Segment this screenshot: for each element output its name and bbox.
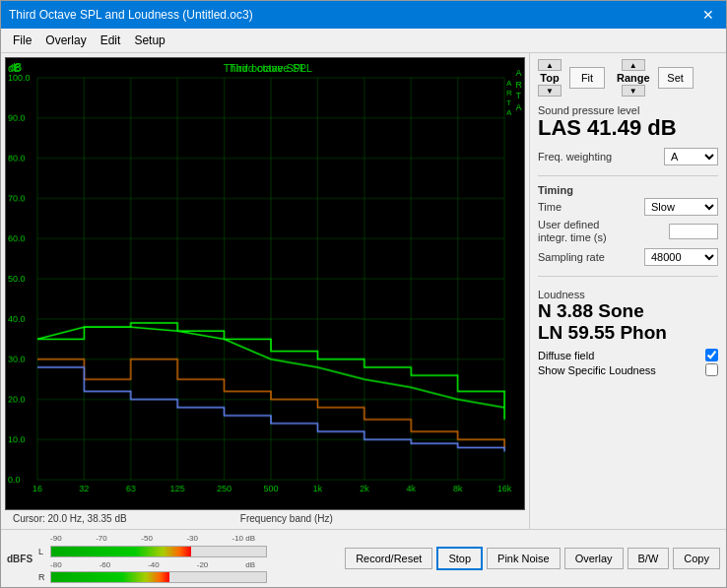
set-button[interactable]: Set	[658, 67, 694, 89]
spl-section: Sound pressure level LAS 41.49 dB	[538, 104, 718, 140]
tick-2: -70	[96, 534, 107, 543]
meter-section: -90 -70 -50 -30 -10 dB L -80 -60 -40 -20…	[38, 534, 341, 583]
time-select[interactable]: FastSlowImpulsePeak	[644, 198, 718, 216]
range-control: ▲ Range ▼	[617, 59, 650, 97]
tick-r4: -20	[197, 560, 209, 569]
pink-noise-button[interactable]: Pink Noise	[487, 548, 561, 569]
right-panel: ▲ Top ▼ Fit ▲ Range ▼ Set Sound pressure…	[529, 53, 726, 529]
spl-canvas	[6, 58, 524, 509]
diffuse-checkbox[interactable]	[705, 349, 718, 361]
tick-r5: dB	[245, 560, 255, 569]
freq-band-label: Frequency band (Hz)	[131, 513, 442, 524]
meter-bar-r-container	[50, 571, 267, 583]
tick-3: -50	[141, 534, 153, 543]
tick-r3: -40	[148, 560, 160, 569]
l-label: L	[38, 547, 48, 556]
tick-1: -90	[50, 534, 62, 543]
n-value: N 3.88 Sone	[538, 300, 718, 323]
db-label: dB	[10, 62, 22, 73]
time-label: Time	[538, 201, 562, 213]
integr-input[interactable]: 10	[669, 224, 718, 239]
timing-section: Timing Time FastSlowImpulsePeak User def…	[538, 184, 718, 267]
specific-row: Show Specific Loudness	[538, 363, 718, 376]
tick-r2: -60	[99, 560, 111, 569]
record-reset-button[interactable]: Record/Reset	[345, 548, 432, 569]
freq-weighting-row: Freq. weighting ABCZ	[538, 148, 718, 165]
cursor-info: Cursor: 20.0 Hz, 38.35 dB	[9, 512, 131, 525]
loudness-section: Loudness N 3.88 Sone LN 59.55 Phon Diffu…	[538, 289, 718, 379]
loudness-title: Loudness	[538, 289, 718, 300]
tick-5: -10 dB	[231, 534, 255, 543]
meter-bar-l-container	[50, 546, 267, 557]
meter-row-l: L	[38, 546, 341, 557]
integr-row: User definedintegr. time (s) 10	[538, 219, 718, 244]
action-buttons: Record/Reset Stop Pink Noise Overlay B/W…	[345, 547, 720, 570]
top-label: Top	[540, 72, 559, 84]
range-up-button[interactable]: ▲	[622, 59, 645, 71]
menu-overlay[interactable]: Overlay	[39, 32, 92, 49]
range-down-button[interactable]: ▼	[622, 85, 645, 97]
menu-bar: File Overlay Edit Setup	[1, 29, 726, 53]
chart-bottom: Cursor: 20.0 Hz, 38.35 dB Frequency band…	[5, 510, 525, 525]
tick-4: -30	[186, 534, 198, 543]
top-control: ▲ Top ▼	[538, 59, 562, 97]
sampling-select[interactable]: 441004800096000	[644, 248, 718, 266]
range-controls: ▲ Top ▼ Fit ▲ Range ▼ Set	[538, 59, 718, 97]
chart-area: Third octave SPL ARTA dB Cursor: 20.0 Hz…	[1, 53, 529, 529]
range-label: Range	[617, 72, 650, 84]
stop-button[interactable]: Stop	[436, 547, 483, 570]
top-down-button[interactable]: ▼	[538, 85, 562, 97]
menu-edit[interactable]: Edit	[95, 32, 127, 49]
main-window: Third Octave SPL and Loudness (Untitled.…	[0, 0, 727, 588]
time-row: Time FastSlowImpulsePeak	[538, 198, 718, 216]
window-title: Third Octave SPL and Loudness (Untitled.…	[9, 8, 253, 22]
tick-r1: -80	[50, 560, 62, 569]
meter-row-r: R	[38, 571, 341, 583]
sampling-label: Sampling rate	[538, 251, 605, 263]
ln-value: LN 59.55 Phon	[538, 322, 718, 345]
main-content: Third octave SPL ARTA dB Cursor: 20.0 Hz…	[1, 53, 726, 529]
diffuse-row: Diffuse field	[538, 349, 718, 361]
sampling-row: Sampling rate 441004800096000	[538, 248, 718, 266]
overlay-button[interactable]: Overlay	[564, 548, 624, 569]
diffuse-label: Diffuse field	[538, 350, 594, 361]
menu-setup[interactable]: Setup	[128, 32, 170, 49]
bottom-bar: dBFS -90 -70 -50 -30 -10 dB L -80 -60 -4…	[1, 529, 726, 587]
dbfs-label: dBFS	[7, 554, 33, 564]
bw-button[interactable]: B/W	[628, 548, 670, 569]
chart-arta: ARTA	[516, 68, 523, 114]
top-up-button[interactable]: ▲	[538, 59, 562, 71]
freq-weighting-select[interactable]: ABCZ	[664, 148, 718, 165]
spl-value: LAS 41.49 dB	[538, 116, 718, 140]
title-bar: Third Octave SPL and Loudness (Untitled.…	[1, 1, 726, 29]
freq-weighting-label: Freq. weighting	[538, 151, 612, 163]
menu-file[interactable]: File	[7, 32, 37, 49]
copy-button[interactable]: Copy	[673, 548, 720, 569]
r-label: R	[38, 572, 48, 582]
close-button[interactable]: ✕	[698, 7, 718, 23]
chart-container: Third octave SPL ARTA dB	[5, 57, 525, 510]
chart-title: Third octave SPL	[224, 62, 306, 74]
specific-checkbox[interactable]	[705, 363, 718, 376]
meter-bar-r	[51, 572, 169, 582]
meter-bar-l	[51, 547, 191, 556]
fit-button[interactable]: Fit	[569, 67, 605, 89]
timing-title: Timing	[538, 184, 718, 196]
integr-label: User definedintegr. time (s)	[538, 219, 607, 244]
specific-label: Show Specific Loudness	[538, 364, 656, 376]
